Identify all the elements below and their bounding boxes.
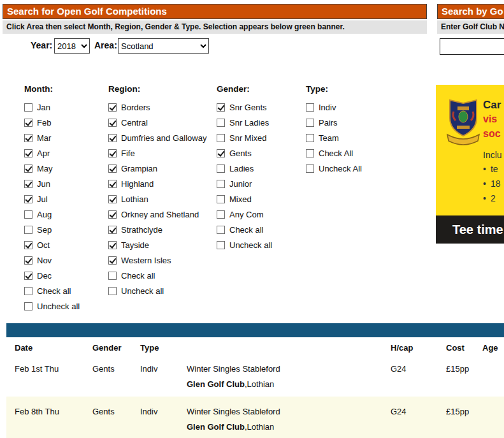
checkbox-item-month-nov[interactable]: Nov [24, 252, 108, 268]
checkbox-item-month-jun[interactable]: Jun [24, 176, 108, 191]
checkbox-label: Check All [319, 149, 353, 158]
result-club-name[interactable]: Glen Golf Club [187, 379, 245, 389]
checkbox-item-region-orkney-and-shetland[interactable]: Orkney and Shetland [108, 207, 217, 222]
checkbox-region-strathclyde[interactable] [108, 226, 117, 234]
checkbox-item-region-lothian[interactable]: Lothian [108, 191, 217, 207]
checkbox-gender-snr-gents[interactable] [217, 103, 225, 112]
checkbox-item-gender-gents[interactable]: Gents [217, 145, 306, 161]
tee-times-button[interactable]: Tee time [436, 215, 504, 244]
checkbox-month-aug[interactable] [24, 210, 32, 219]
checkbox-month-sep[interactable] [24, 226, 32, 234]
checkbox-month-oct[interactable] [24, 241, 32, 249]
checkbox-month-uncheck-all[interactable] [24, 302, 32, 310]
checkbox-item-region-dumfries-and-galloway[interactable]: Dumfries and Galloway [108, 130, 217, 145]
checkbox-item-type-uncheck-all[interactable]: Uncheck All [306, 161, 395, 176]
checkbox-item-gender-junior[interactable]: Junior [217, 176, 306, 191]
checkbox-item-month-dec[interactable]: Dec [24, 268, 108, 283]
checkbox-gender-junior[interactable] [217, 180, 225, 188]
checkbox-gender-ladies[interactable] [217, 164, 225, 173]
checkbox-gender-check-all[interactable] [217, 226, 225, 234]
checkbox-region-lothian[interactable] [108, 195, 117, 203]
checkbox-region-uncheck-all[interactable] [108, 287, 117, 295]
checkbox-month-may[interactable] [24, 164, 32, 173]
advert-body[interactable]: Car vis soc Inclu te182 [436, 85, 504, 215]
checkbox-region-fife[interactable] [108, 149, 117, 157]
checkbox-item-month-check-all[interactable]: Check all [24, 283, 108, 298]
checkbox-month-jul[interactable] [24, 195, 32, 203]
checkbox-item-month-uncheck-all[interactable]: Uncheck all [24, 298, 108, 314]
checkbox-region-dumfries-and-galloway[interactable] [108, 134, 117, 142]
checkbox-item-gender-snr-mixed[interactable]: Snr Mixed [217, 130, 306, 145]
advert-bullet-list: te182 [483, 164, 500, 208]
checkbox-item-month-sep[interactable]: Sep [24, 222, 108, 237]
club-search-input[interactable] [440, 38, 504, 55]
checkbox-month-mar[interactable] [24, 134, 32, 142]
checkbox-item-month-aug[interactable]: Aug [24, 207, 108, 222]
checkbox-item-region-check-all[interactable]: Check all [108, 268, 217, 283]
checkbox-month-jan[interactable] [24, 103, 32, 112]
checkbox-item-gender-mixed[interactable]: Mixed [217, 191, 306, 207]
checkbox-region-western-isles[interactable] [108, 256, 117, 265]
checkbox-gender-mixed[interactable] [217, 195, 225, 203]
checkbox-item-month-oct[interactable]: Oct [24, 237, 108, 252]
col-header-cost: Cost [446, 343, 482, 353]
checkbox-region-highland[interactable] [108, 180, 117, 188]
checkbox-item-region-grampian[interactable]: Grampian [108, 161, 217, 176]
checkbox-item-region-fife[interactable]: Fife [108, 145, 217, 161]
result-club-region: ,Lothian [245, 422, 274, 432]
checkbox-item-month-feb[interactable]: Feb [24, 115, 108, 130]
checkbox-region-central[interactable] [108, 119, 117, 127]
checkbox-item-gender-any-com[interactable]: Any Com [217, 207, 306, 222]
checkbox-item-month-jan[interactable]: Jan [24, 99, 108, 115]
checkbox-item-gender-uncheck-all[interactable]: Uncheck all [217, 237, 306, 252]
checkbox-item-region-borders[interactable]: Borders [108, 99, 217, 115]
checkbox-item-region-western-isles[interactable]: Western Isles [108, 252, 217, 268]
checkbox-item-month-apr[interactable]: Apr [24, 145, 108, 161]
checkbox-region-grampian[interactable] [108, 164, 117, 173]
area-select[interactable]: Scotland [118, 38, 209, 54]
checkbox-item-type-indiv[interactable]: Indiv [306, 99, 395, 115]
filter-group-region: Region:BordersCentralDumfries and Gallow… [108, 84, 217, 314]
checkbox-type-team[interactable] [306, 134, 314, 142]
checkbox-item-gender-check-all[interactable]: Check all [217, 222, 306, 237]
checkbox-type-check-all[interactable] [306, 149, 314, 157]
filter-group-label-gender: Gender: [217, 84, 306, 94]
checkbox-month-dec[interactable] [24, 272, 32, 280]
advert-banner[interactable]: Car vis soc Inclu te182 Tee time [436, 85, 504, 244]
checkbox-item-region-strathclyde[interactable]: Strathclyde [108, 222, 217, 237]
right-instruction-text: Enter Golf Club Na [437, 20, 504, 34]
checkbox-item-region-uncheck-all[interactable]: Uncheck all [108, 283, 217, 298]
checkbox-gender-gents[interactable] [217, 149, 225, 157]
checkbox-item-month-mar[interactable]: Mar [24, 130, 108, 145]
checkbox-gender-snr-ladies[interactable] [217, 119, 225, 127]
checkbox-item-gender-snr-ladies[interactable]: Snr Ladies [217, 115, 306, 130]
checkbox-item-region-tayside[interactable]: Tayside [108, 237, 217, 252]
checkbox-item-month-may[interactable]: May [24, 161, 108, 176]
checkbox-month-feb[interactable] [24, 119, 32, 127]
checkbox-gender-any-com[interactable] [217, 210, 225, 219]
checkbox-region-tayside[interactable] [108, 241, 117, 249]
checkbox-gender-snr-mixed[interactable] [217, 134, 225, 142]
checkbox-region-orkney-and-shetland[interactable] [108, 210, 117, 219]
checkbox-item-gender-ladies[interactable]: Ladies [217, 161, 306, 176]
checkbox-gender-uncheck-all[interactable] [217, 241, 225, 249]
checkbox-month-nov[interactable] [24, 256, 32, 265]
checkbox-label: Team [319, 133, 339, 143]
checkbox-item-type-pairs[interactable]: Pairs [306, 115, 395, 130]
checkbox-type-indiv[interactable] [306, 103, 314, 112]
checkbox-item-gender-snr-gents[interactable]: Snr Gents [217, 99, 306, 115]
checkbox-month-jun[interactable] [24, 180, 32, 188]
checkbox-item-type-check-all[interactable]: Check All [306, 145, 395, 161]
checkbox-item-month-jul[interactable]: Jul [24, 191, 108, 207]
checkbox-item-region-central[interactable]: Central [108, 115, 217, 130]
checkbox-month-check-all[interactable] [24, 287, 32, 295]
checkbox-month-apr[interactable] [24, 149, 32, 157]
checkbox-item-region-highland[interactable]: Highland [108, 176, 217, 191]
year-select[interactable]: 2018 [54, 38, 90, 54]
checkbox-type-uncheck-all[interactable] [306, 164, 314, 173]
checkbox-region-check-all[interactable] [108, 272, 117, 280]
checkbox-item-type-team[interactable]: Team [306, 130, 395, 145]
result-club-name[interactable]: Glen Golf Club [187, 422, 245, 432]
checkbox-type-pairs[interactable] [306, 119, 314, 127]
checkbox-region-borders[interactable] [108, 103, 117, 112]
